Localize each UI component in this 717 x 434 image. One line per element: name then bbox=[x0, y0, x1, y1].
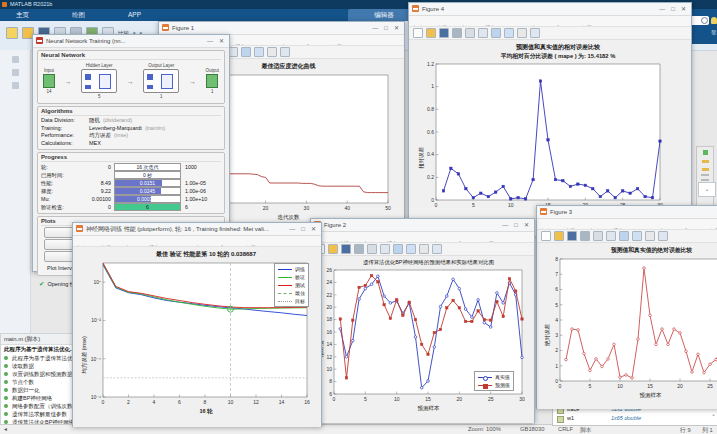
panel-icon[interactable] bbox=[12, 69, 19, 76]
zoom-in-icon[interactable] bbox=[380, 244, 390, 254]
pointer-icon[interactable] bbox=[645, 231, 655, 241]
maximize-button[interactable]: □ bbox=[511, 219, 521, 231]
find-widget[interactable]: ⌄ bbox=[698, 182, 716, 197]
zoom-in-icon[interactable] bbox=[606, 231, 616, 241]
zoom-in-icon[interactable] bbox=[478, 28, 488, 38]
new-figure-icon[interactable] bbox=[413, 28, 423, 38]
figure-app-icon bbox=[540, 208, 547, 215]
maximize-button[interactable]: □ bbox=[381, 22, 391, 34]
performance-window[interactable]: 神经网络训练 性能 (plotperform), 轮: 16 , Trainin… bbox=[72, 222, 322, 427]
open-file-icon[interactable] bbox=[554, 231, 564, 241]
print-icon[interactable] bbox=[580, 231, 590, 241]
close-button[interactable]: ✕ bbox=[308, 223, 319, 235]
svg-text:0.4: 0.4 bbox=[427, 151, 434, 157]
pan-icon[interactable] bbox=[619, 231, 629, 241]
svg-text:10: 10 bbox=[508, 202, 514, 208]
svg-text:10⁻²: 10⁻² bbox=[91, 317, 101, 323]
output-node: Output 1 bbox=[205, 68, 219, 94]
svg-text:10: 10 bbox=[326, 366, 332, 372]
minimize-button[interactable]: — bbox=[656, 3, 668, 15]
svg-text:1: 1 bbox=[555, 363, 558, 369]
matlab-app-icon bbox=[2, 2, 7, 7]
minimize-button[interactable]: — bbox=[499, 219, 511, 231]
svg-text:10: 10 bbox=[228, 399, 234, 405]
insert-legend-icon[interactable] bbox=[658, 231, 668, 241]
tab-apps[interactable]: APP bbox=[122, 9, 147, 21]
save-figure-icon[interactable] bbox=[567, 231, 577, 241]
maximize-button[interactable]: □ bbox=[298, 223, 308, 235]
svg-text:25: 25 bbox=[488, 396, 494, 402]
copy-figure-icon[interactable] bbox=[465, 28, 475, 38]
datatip-icon[interactable] bbox=[504, 28, 514, 38]
datatip-icon[interactable] bbox=[254, 47, 264, 57]
notification-bell-icon[interactable] bbox=[711, 17, 717, 24]
search-input[interactable] bbox=[689, 16, 709, 25]
maximize-button[interactable]: □ bbox=[668, 3, 678, 15]
pointer-icon[interactable] bbox=[517, 28, 527, 38]
datatip-icon[interactable] bbox=[632, 231, 642, 241]
workspace-variable-row[interactable]: w1 1x65 double bbox=[553, 414, 717, 423]
figure3-titlebar[interactable]: Figure 3 —□✕ bbox=[537, 206, 717, 219]
insert-legend-icon[interactable] bbox=[432, 244, 442, 254]
algorithm-row: Performance:均方误差(mse) bbox=[41, 132, 221, 140]
svg-text:0: 0 bbox=[431, 197, 434, 203]
save-figure-icon[interactable] bbox=[439, 28, 449, 38]
pan-icon[interactable] bbox=[241, 47, 251, 57]
close-button[interactable]: ✕ bbox=[216, 35, 227, 47]
output-layer-label: Output Layer bbox=[143, 63, 179, 68]
print-icon[interactable] bbox=[354, 244, 364, 254]
pan-icon[interactable] bbox=[491, 28, 501, 38]
warning-marker[interactable] bbox=[702, 160, 709, 163]
plot-area: 遗传算法优化BP神经网络的预测结果和实际结果对比图 05101520253068… bbox=[311, 256, 534, 423]
datatip-icon[interactable] bbox=[406, 244, 416, 254]
pointer-icon[interactable] bbox=[267, 47, 277, 57]
signin-label[interactable]: 登录 bbox=[711, 29, 717, 36]
save-figure-icon[interactable] bbox=[341, 244, 351, 254]
scroll-down-icon[interactable]: ⌄ bbox=[711, 410, 716, 417]
svg-text:0: 0 bbox=[559, 383, 562, 389]
close-button[interactable]: ✕ bbox=[678, 3, 689, 15]
figure4-titlebar[interactable]: Figure 4 —□✕ bbox=[409, 3, 691, 16]
insert-legend-icon[interactable] bbox=[530, 28, 540, 38]
code-analyzer-indicator[interactable] bbox=[703, 150, 708, 155]
new-script-icon[interactable] bbox=[6, 27, 18, 39]
figure4-window[interactable]: Figure 4 —□✕ 文件(F)编辑(E)查看(V)插入(I)工具(T)桌面… bbox=[408, 2, 692, 235]
nntraintool-titlebar[interactable]: Neural Network Training (nn... —✕ bbox=[33, 35, 229, 48]
close-button[interactable]: ✕ bbox=[391, 22, 402, 34]
performance-titlebar[interactable]: 神经网络训练 性能 (plotperform), 轮: 16 , Trainin… bbox=[73, 223, 321, 236]
panel-icon[interactable] bbox=[12, 56, 19, 63]
tab-home[interactable]: 主页 bbox=[10, 9, 35, 21]
tab-plots[interactable]: 绘图 bbox=[66, 9, 91, 21]
copy-figure-icon[interactable] bbox=[367, 244, 377, 254]
minimize-button[interactable]: — bbox=[369, 22, 381, 34]
insert-legend-icon[interactable] bbox=[280, 47, 290, 57]
figure3-window[interactable]: Figure 3 —□✕ 文件(F)编辑(E)查看(V)插入(I)工具(T)桌面… bbox=[536, 205, 717, 409]
pointer-icon[interactable] bbox=[419, 244, 429, 254]
svg-text:10⁰: 10⁰ bbox=[93, 279, 101, 285]
warning-marker[interactable] bbox=[702, 168, 709, 171]
pan-icon[interactable] bbox=[393, 244, 403, 254]
copy-figure-icon[interactable] bbox=[593, 231, 603, 241]
new-figure-icon[interactable] bbox=[541, 231, 551, 241]
algorithm-row: Data Division:随机(dividerand) bbox=[41, 117, 221, 125]
close-button[interactable]: ✕ bbox=[521, 219, 532, 231]
svg-text:10: 10 bbox=[394, 396, 400, 402]
svg-text:10⁻⁴: 10⁻⁴ bbox=[91, 356, 101, 362]
y-axis-label: 绝对误差 bbox=[544, 324, 551, 346]
open-file-icon[interactable] bbox=[328, 244, 338, 254]
open-file-icon[interactable] bbox=[426, 28, 436, 38]
print-icon[interactable] bbox=[452, 28, 462, 38]
legend-entry: 目标 bbox=[278, 297, 305, 305]
figure2-titlebar[interactable]: Figure 2 —□✕ bbox=[311, 219, 534, 232]
svg-text:15: 15 bbox=[425, 396, 431, 402]
figure2-window[interactable]: Figure 2 —□✕ 文件(F)编辑(E)查看(V)插入(I)工具(T)桌面… bbox=[310, 218, 535, 423]
minimize-button[interactable]: — bbox=[286, 223, 298, 235]
svg-text:0.2: 0.2 bbox=[427, 174, 434, 180]
figure-menubar: 文件(F)编辑(E)查看(V)插入(I)工具(T)桌面(D)窗口(W)帮助(H) bbox=[311, 232, 534, 243]
svg-text:25: 25 bbox=[707, 383, 713, 389]
x-axis-label: 预测样本 bbox=[537, 392, 717, 399]
minimize-button[interactable]: — bbox=[204, 35, 216, 47]
back-icon[interactable]: ◂ bbox=[4, 426, 7, 432]
algorithm-row: Training:Levenberg-Marquardt(trainlm) bbox=[41, 125, 221, 133]
panel-icon[interactable] bbox=[12, 82, 19, 89]
